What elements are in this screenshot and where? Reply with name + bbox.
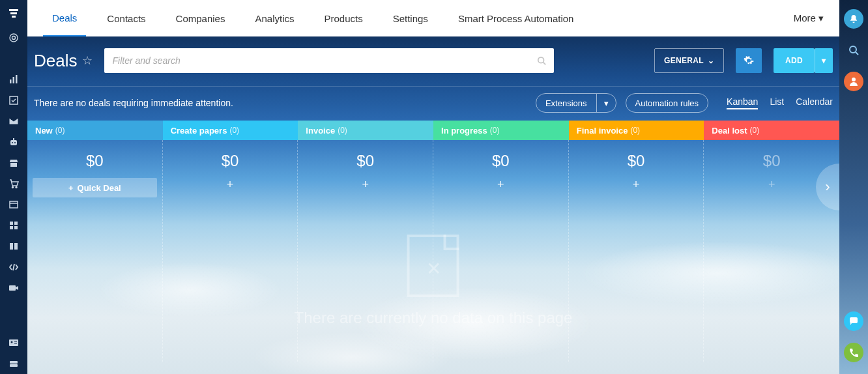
stage-header-create-papers[interactable]: Create papers(0): [163, 121, 298, 140]
stage-header-invoice[interactable]: Invoice(0): [298, 121, 433, 140]
stage-amount: $0: [573, 140, 700, 178]
grid-icon[interactable]: [0, 215, 27, 236]
kanban-board: New(0) $0 +Quick Deal Create papers(0) $…: [27, 121, 839, 362]
nav-analytics[interactable]: Analytics: [246, 0, 303, 36]
plus-icon: +: [68, 183, 74, 193]
add-button[interactable]: ADD: [774, 48, 815, 73]
svg-rect-6: [10, 140, 17, 145]
target-icon[interactable]: [0, 27, 27, 48]
view-calendar[interactable]: Calendar: [796, 96, 833, 109]
search-icon[interactable]: [537, 56, 546, 65]
code-icon[interactable]: [0, 257, 27, 278]
svg-point-25: [538, 57, 544, 63]
title-bar: Deals ☆ GENERAL ⌄ ADD ▾: [27, 36, 839, 86]
svg-rect-9: [13, 138, 14, 140]
gear-button[interactable]: [736, 48, 762, 73]
contact-card-icon[interactable]: [0, 332, 27, 353]
star-icon[interactable]: ☆: [82, 53, 93, 68]
svg-rect-3: [13, 77, 15, 83]
top-nav: Deals Contacts Companies Analytics Produ…: [27, 0, 839, 36]
svg-rect-18: [9, 339, 18, 346]
add-card-button[interactable]: +: [167, 178, 294, 192]
quick-deal-button[interactable]: +Quick Deal: [33, 178, 157, 197]
stage-amount: $0: [167, 140, 294, 178]
svg-rect-21: [10, 364, 18, 367]
chevron-down-icon: ▾: [818, 12, 824, 23]
stage-amount: $0: [31, 140, 158, 178]
page-title: Deals ☆: [34, 51, 93, 71]
stage-header-new[interactable]: New(0): [27, 121, 163, 140]
svg-point-10: [12, 187, 14, 188]
nav-settings[interactable]: Settings: [384, 0, 437, 36]
add-card-button[interactable]: +: [437, 178, 564, 192]
svg-rect-17: [9, 285, 16, 291]
add-dropdown[interactable]: ▾: [815, 48, 833, 73]
nav-contacts[interactable]: Contacts: [98, 0, 154, 36]
chevron-down-icon: ▾: [822, 56, 826, 65]
view-list[interactable]: List: [770, 96, 784, 109]
nav-smart-process[interactable]: Smart Process Automation: [449, 0, 583, 36]
svg-rect-20: [10, 361, 18, 364]
window-icon[interactable]: [0, 194, 27, 215]
automation-rules-button[interactable]: Automation rules: [626, 93, 709, 113]
svg-point-1: [12, 36, 16, 40]
phone-icon[interactable]: [844, 343, 863, 362]
chat-icon[interactable]: [844, 311, 863, 331]
svg-point-0: [10, 34, 18, 42]
app-logo-icon[interactable]: [0, 0, 27, 27]
drive-icon[interactable]: [0, 353, 27, 374]
svg-point-8: [14, 142, 16, 143]
nav-companies[interactable]: Companies: [167, 0, 235, 36]
subheader: There are no deals requiring immediate a…: [27, 86, 839, 121]
svg-rect-4: [16, 75, 18, 83]
nav-more[interactable]: More ▾: [794, 12, 824, 24]
search-input[interactable]: [112, 55, 537, 66]
svg-rect-16: [14, 226, 18, 229]
svg-rect-13: [10, 222, 13, 225]
general-dropdown[interactable]: GENERAL ⌄: [654, 48, 724, 73]
svg-rect-15: [10, 226, 13, 229]
nav-products[interactable]: Products: [315, 0, 371, 36]
search-input-wrapper[interactable]: [104, 48, 554, 73]
cart-icon[interactable]: [0, 173, 27, 194]
robot-icon[interactable]: [0, 132, 27, 152]
svg-rect-24: [850, 317, 858, 323]
stage-amount: $0: [708, 140, 835, 178]
stage-amount: $0: [302, 140, 429, 178]
attention-notice: There are no deals requiring immediate a…: [34, 98, 233, 108]
svg-rect-14: [14, 222, 18, 225]
chevron-down-icon: ▾: [596, 94, 616, 112]
search-icon[interactable]: [844, 40, 863, 60]
video-icon[interactable]: [0, 278, 27, 298]
stage-header-final-invoice[interactable]: Final invoice(0): [569, 121, 704, 140]
book-icon[interactable]: [0, 236, 27, 257]
add-card-button[interactable]: +: [573, 178, 700, 192]
view-kanban[interactable]: Kanban: [727, 96, 758, 109]
stage-header-deal-lost[interactable]: Deal lost(0): [704, 121, 839, 140]
check-square-icon[interactable]: [0, 90, 27, 111]
left-sidebar: [0, 0, 27, 374]
moon-icon[interactable]: [0, 48, 27, 69]
svg-point-7: [12, 142, 13, 143]
chart-bar-icon[interactable]: [0, 69, 27, 90]
svg-point-11: [16, 187, 17, 188]
right-sidebar: [839, 0, 868, 374]
store-icon[interactable]: [0, 152, 27, 173]
bell-icon[interactable]: [844, 9, 863, 29]
nav-deals[interactable]: Deals: [43, 0, 86, 36]
user-avatar-icon[interactable]: [844, 72, 863, 91]
extensions-dropdown[interactable]: Extensions ▾: [536, 93, 616, 113]
stage-amount: $0: [437, 140, 564, 178]
stage-header-in-progress[interactable]: In progress(0): [433, 121, 569, 140]
svg-rect-2: [10, 79, 12, 83]
mail-icon[interactable]: [0, 111, 27, 132]
svg-rect-12: [10, 201, 18, 208]
svg-point-23: [852, 78, 856, 81]
add-card-button[interactable]: +: [302, 178, 429, 192]
svg-point-22: [850, 46, 856, 53]
svg-point-19: [11, 341, 13, 343]
chevron-down-icon: ⌄: [708, 56, 714, 65]
